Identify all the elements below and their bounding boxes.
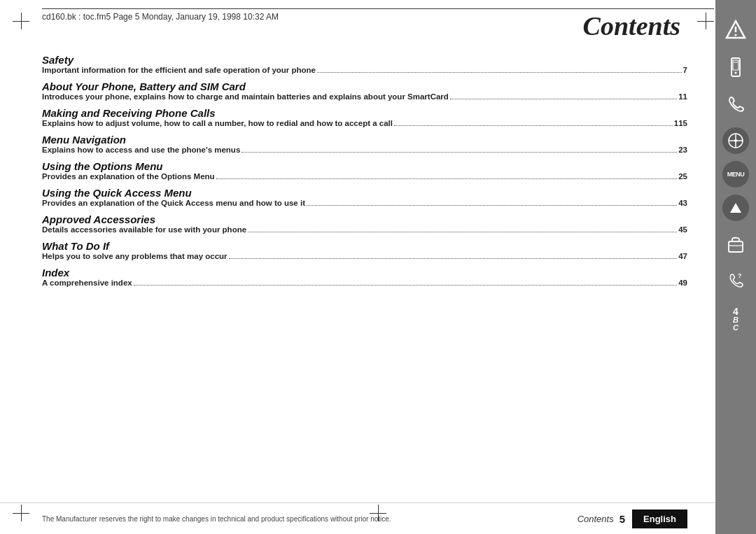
handset-icon [720, 90, 751, 120]
toc-entry-7: Helps you to solve any problems that may… [42, 252, 687, 261]
toc-entry-text-3: Explains how to access and use the phone… [42, 146, 240, 154]
bag-icon [720, 228, 751, 259]
warning-icon [720, 14, 751, 45]
toc-page-5: 43 [678, 199, 687, 207]
toc-heading-5: Using the Quick Access Menu [42, 187, 687, 199]
toc-entry-text-4: Provides an explanation of the Options M… [42, 172, 215, 181]
toc-heading-6: Approved Accessories [42, 213, 687, 225]
toc-dots-7 [229, 258, 678, 259]
toc-section-1: About Your Phone, Battery and SIM CardIn… [42, 80, 687, 101]
toc-entry-4: Provides an explanation of the Options M… [42, 172, 687, 181]
menu-icon: MENU [722, 161, 749, 188]
svg-point-10 [734, 139, 737, 142]
toc-heading-8: Index [42, 267, 687, 279]
toc-section-7: What To Do IfHelps you to solve any prob… [42, 240, 687, 261]
abc-icon: 4 B C [720, 304, 751, 335]
footer-disclaimer: The Manufacturer reserves the right to m… [42, 515, 578, 523]
toc-page-3: 23 [678, 146, 687, 154]
svg-text:?: ? [738, 272, 742, 279]
page-title: Contents [42, 10, 687, 41]
toc-section-5: Using the Quick Access MenuProvides an e… [42, 187, 687, 208]
svg-point-2 [735, 34, 737, 36]
toc-page-8: 49 [678, 279, 687, 287]
toc-entry-2: Explains how to adjust volume, how to ca… [42, 119, 687, 128]
toc-heading-2: Making and Receiving Phone Calls [42, 107, 687, 119]
toc-entry-text-8: A comprehensive index [42, 279, 132, 287]
toc-entry-6: Details accessories available for use wi… [42, 225, 687, 234]
toc-dots-4 [216, 178, 678, 179]
toc-entry-text-7: Helps you to solve any problems that may… [42, 252, 227, 260]
toc-section-8: IndexA comprehensive index49 [42, 267, 687, 288]
toc-entry-5: Provides an explanation of the Quick Acc… [42, 199, 687, 208]
footer: The Manufacturer reserves the right to m… [0, 503, 715, 534]
toc-section-3: Menu NavigationExplains how to access an… [42, 134, 687, 155]
toc-page-4: 25 [678, 172, 687, 181]
toc-page-1: 11 [678, 92, 687, 101]
footer-label: Contents [578, 514, 614, 524]
toc-page-2: 115 [674, 119, 687, 127]
toc-dots-0 [317, 72, 682, 73]
footer-page-num: 5 [620, 513, 625, 525]
toc-section-6: Approved AccessoriesDetails accessories … [42, 213, 687, 234]
main-content: Contents SafetyImportant information for… [0, 0, 715, 534]
toc-entry-text-5: Provides an explanation of the Quick Acc… [42, 199, 305, 207]
toc-section-4: Using the Options MenuProvides an explan… [42, 160, 687, 181]
phone-icon [720, 52, 751, 83]
toc-heading-7: What To Do If [42, 240, 687, 252]
svg-rect-12 [729, 241, 743, 252]
toc-dots-8 [134, 285, 678, 286]
toc-entry-0: Important information for the efficient … [42, 66, 687, 75]
toc-dots-2 [394, 125, 673, 126]
svg-point-5 [735, 72, 737, 74]
nav-icon [722, 127, 749, 154]
svg-marker-11 [730, 203, 741, 213]
toc-page-6: 45 [678, 225, 687, 234]
up-arrow-icon [722, 195, 749, 221]
toc-entry-1: Introduces your phone, explains how to c… [42, 92, 687, 101]
toc-dots-5 [307, 205, 677, 206]
toc-dots-1 [450, 99, 677, 99]
toc-entry-text-0: Important information for the efficient … [42, 66, 316, 74]
toc-dots-3 [241, 152, 677, 153]
toc-container: SafetyImportant information for the effi… [42, 54, 687, 288]
toc-entry-text-2: Explains how to adjust volume, how to ca… [42, 119, 393, 127]
toc-page-0: 7 [683, 66, 687, 74]
help-phone-icon: ? [720, 266, 751, 297]
svg-rect-4 [733, 60, 738, 70]
toc-entry-text-6: Details accessories available for use wi… [42, 225, 246, 234]
toc-entry-text-1: Introduces your phone, explains how to c… [42, 92, 449, 101]
toc-section-0: SafetyImportant information for the effi… [42, 54, 687, 75]
footer-english-label: English [632, 510, 687, 528]
sidebar: MENU ? 4 B C [715, 0, 756, 534]
toc-dots-6 [248, 232, 677, 232]
toc-entry-8: A comprehensive index49 [42, 279, 687, 288]
toc-heading-1: About Your Phone, Battery and SIM Card [42, 80, 687, 92]
toc-page-7: 47 [678, 252, 687, 260]
toc-heading-4: Using the Options Menu [42, 160, 687, 172]
toc-entry-3: Explains how to access and use the phone… [42, 146, 687, 155]
toc-heading-0: Safety [42, 54, 687, 66]
toc-heading-3: Menu Navigation [42, 134, 687, 146]
toc-section-2: Making and Receiving Phone CallsExplains… [42, 107, 687, 128]
